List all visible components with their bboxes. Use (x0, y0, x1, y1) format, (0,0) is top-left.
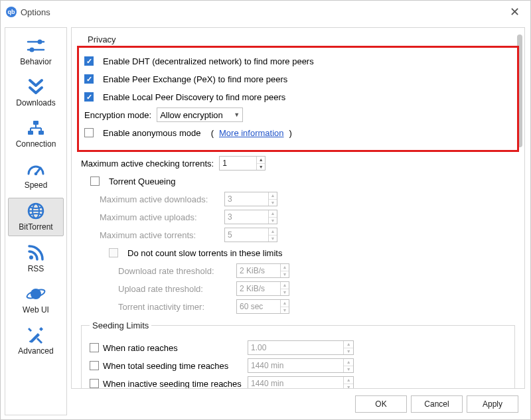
inactive-seeding-time-input[interactable] (248, 377, 343, 389)
total-seeding-time-label: When total seeding time reaches (103, 361, 228, 371)
max-checking-label: Maximum active checking torrents: (81, 159, 214, 169)
ok-button[interactable]: OK (355, 395, 407, 413)
spin-down-icon[interactable]: ▼ (281, 289, 289, 296)
max-active-downloads-input[interactable] (225, 192, 268, 206)
spin-up-icon[interactable]: ▲ (344, 377, 353, 384)
enable-dht-label: Enable DHT (decentralized network) to fi… (103, 56, 314, 66)
sidebar-item-rss[interactable]: RSS (8, 240, 64, 277)
sidebar-item-label: Connection (16, 139, 56, 149)
spin-up-icon[interactable]: ▲ (269, 210, 277, 218)
enable-anonymous-label: Enable anonymous mode (103, 128, 200, 138)
max-active-torrents-spinner[interactable]: ▲▼ (224, 228, 277, 242)
dont-count-slow-label: Do not count slow torrents in these limi… (127, 248, 282, 258)
sidebar-item-downloads[interactable]: Downloads (8, 74, 64, 111)
svg-rect-6 (38, 131, 44, 135)
spin-down-icon[interactable]: ▼ (257, 164, 265, 171)
spin-up-icon[interactable]: ▲ (344, 359, 353, 366)
inactivity-timer-spinner[interactable]: ▲▼ (236, 299, 289, 314)
max-active-downloads-label: Maximum active downloads: (100, 194, 219, 204)
sidebar-item-advanced[interactable]: Advanced (8, 322, 64, 360)
chevrons-down-icon (24, 77, 48, 97)
spin-down-icon[interactable]: ▼ (269, 218, 277, 224)
spin-up-icon[interactable]: ▲ (281, 300, 289, 307)
footer: OK Cancel Apply (71, 389, 525, 419)
sidebar-item-connection[interactable]: Connection (8, 115, 64, 153)
sidebar-item-speed[interactable]: Speed (8, 157, 64, 194)
spin-down-icon[interactable]: ▼ (281, 307, 289, 314)
sidebar-item-label: Advanced (18, 346, 53, 356)
options-window: qb Options ✕ Behavior Downloads (0, 0, 531, 420)
max-checking-spinner[interactable]: ▲▼ (219, 156, 266, 171)
apply-button[interactable]: Apply (467, 395, 518, 413)
max-active-uploads-spinner[interactable]: ▲▼ (224, 210, 277, 224)
sidebar-item-webui[interactable]: Web UI (8, 281, 64, 318)
privacy-highlight-box: Enable DHT (decentralized network) to fi… (77, 46, 519, 152)
enable-dht-checkbox[interactable] (84, 56, 94, 66)
inactive-seeding-time-label: When inactive seeding time reaches (103, 379, 242, 389)
sidebar-item-label: RSS (28, 264, 44, 273)
spin-up-icon[interactable]: ▲ (281, 264, 289, 271)
spin-down-icon[interactable]: ▼ (344, 348, 353, 355)
svg-rect-4 (33, 121, 38, 125)
inactivity-timer-label: Torrent inactivity timer: (118, 302, 231, 312)
max-active-torrents-label: Maximum active torrents: (100, 230, 219, 240)
ratio-checkbox[interactable] (90, 343, 99, 352)
ratio-input[interactable] (248, 341, 343, 354)
sidebar-inner: Behavior Downloads Connection (5, 27, 67, 415)
encryption-mode-select[interactable]: Allow encryption ▼ (157, 107, 243, 122)
dont-count-slow-checkbox[interactable] (109, 248, 118, 257)
sidebar-item-behavior[interactable]: Behavior (8, 33, 64, 70)
spin-up-icon[interactable]: ▲ (344, 341, 353, 348)
ratio-label: When ratio reaches (103, 343, 178, 353)
max-active-uploads-input[interactable] (225, 210, 268, 224)
gauge-icon (24, 159, 48, 179)
spin-down-icon[interactable]: ▼ (344, 384, 353, 389)
max-active-torrents-input[interactable] (225, 228, 268, 242)
app-icon: qb (6, 7, 17, 17)
download-threshold-input[interactable] (237, 264, 280, 277)
spin-up-icon[interactable]: ▲ (257, 157, 265, 164)
max-active-downloads-spinner[interactable]: ▲▼ (224, 192, 277, 206)
seeding-limits-legend: Seeding Limits (90, 320, 151, 330)
enable-pex-checkbox[interactable] (84, 74, 94, 84)
download-threshold-label: Download rate threshold: (118, 266, 231, 276)
spin-down-icon[interactable]: ▼ (269, 200, 277, 206)
inactive-seeding-time-checkbox[interactable] (90, 379, 99, 388)
sidebar: Behavior Downloads Connection (1, 23, 71, 419)
anonymous-more-info-link[interactable]: More information (219, 128, 284, 138)
enable-anonymous-checkbox[interactable] (84, 128, 94, 137)
total-seeding-time-checkbox[interactable] (90, 361, 99, 370)
cancel-button[interactable]: Cancel (411, 395, 463, 413)
upload-threshold-spinner[interactable]: ▲▼ (236, 281, 289, 296)
network-icon (24, 118, 48, 138)
download-threshold-spinner[interactable]: ▲▼ (236, 263, 289, 278)
inactive-seeding-time-spinner[interactable]: ▲▼ (248, 376, 354, 389)
ratio-spinner[interactable]: ▲▼ (248, 340, 354, 355)
spin-up-icon[interactable]: ▲ (281, 282, 289, 289)
sidebar-item-bittorrent[interactable]: BitTorrent (8, 198, 64, 236)
sidebar-item-label: Downloads (16, 98, 55, 107)
sidebar-item-label: Behavior (20, 57, 51, 66)
total-seeding-time-spinner[interactable]: ▲▼ (248, 358, 354, 373)
encryption-mode-value: Allow encryption (160, 110, 223, 120)
upload-threshold-input[interactable] (237, 282, 280, 295)
sidebar-item-label: Web UI (23, 305, 49, 315)
torrent-queueing-checkbox[interactable] (90, 176, 100, 186)
content-wrap: Privacy Enable DHT (decentralized networ… (71, 23, 530, 419)
chevron-down-icon: ▼ (234, 111, 240, 118)
spin-up-icon[interactable]: ▲ (269, 192, 277, 200)
max-checking-input[interactable] (220, 157, 256, 170)
max-active-uploads-label: Maximum active uploads: (100, 212, 219, 222)
spin-down-icon[interactable]: ▼ (281, 271, 289, 278)
spin-down-icon[interactable]: ▼ (344, 366, 353, 373)
spin-up-icon[interactable]: ▲ (269, 228, 277, 236)
inactivity-timer-input[interactable] (237, 300, 280, 313)
total-seeding-time-input[interactable] (248, 359, 343, 372)
svg-point-12 (35, 173, 38, 176)
spin-down-icon[interactable]: ▼ (269, 236, 277, 242)
tools-icon (24, 325, 48, 345)
close-icon[interactable]: ✕ (504, 3, 525, 21)
encryption-mode-label: Encryption mode: (84, 110, 151, 120)
enable-lpd-checkbox[interactable] (84, 92, 94, 102)
svg-point-3 (30, 48, 35, 52)
